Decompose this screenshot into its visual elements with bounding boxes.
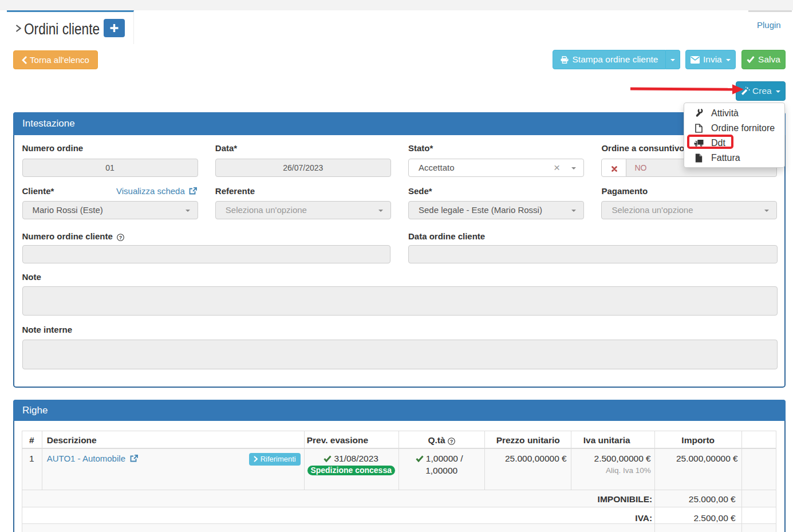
svg-text:?: ?	[119, 234, 123, 240]
svg-text:?: ?	[450, 438, 453, 444]
